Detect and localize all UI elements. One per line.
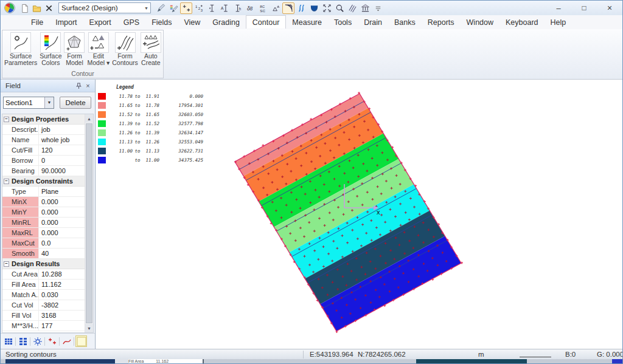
delete-button[interactable]: Delete xyxy=(60,97,91,109)
level-shot-icon[interactable] xyxy=(206,2,218,14)
background-fragment xyxy=(5,359,115,363)
property-value[interactable]: 0.000 xyxy=(39,208,85,216)
property-value[interactable]: 40 xyxy=(39,250,85,257)
level-point-icon[interactable]: A xyxy=(218,2,231,14)
code-labels-icon[interactable]: 8CSC xyxy=(257,2,269,14)
close-file-icon[interactable] xyxy=(43,2,55,14)
menu-item-import[interactable]: Import xyxy=(49,16,83,29)
property-value[interactable]: 0.000 xyxy=(39,219,85,226)
property-label: Bearing xyxy=(2,166,39,176)
surface-colors-button[interactable]: SurfaceColors xyxy=(38,32,63,67)
legend-to: to xyxy=(133,130,142,136)
list-view-icon[interactable] xyxy=(17,335,29,347)
menu-item-gps[interactable]: GPS xyxy=(117,16,145,29)
chevron-down-icon[interactable]: ▼ xyxy=(44,97,54,108)
minimize-button[interactable]: – xyxy=(546,1,571,15)
maximize-button[interactable]: □ xyxy=(571,1,597,15)
display-settings-icon[interactable] xyxy=(32,335,43,347)
menu-item-file[interactable]: File xyxy=(25,16,49,29)
scrollbar-thumb[interactable] xyxy=(86,123,92,323)
contours-icon[interactable] xyxy=(282,2,294,14)
property-value[interactable]: -3802 xyxy=(39,301,85,309)
drawing-canvas[interactable]: x Legend 11.78to11.910.00011.65to11.7817… xyxy=(96,80,622,349)
monument-icon[interactable] xyxy=(359,2,371,14)
property-value[interactable]: 0.000 xyxy=(39,229,85,236)
curve-display-icon[interactable] xyxy=(61,335,72,347)
legend-hi: 11.52 xyxy=(142,121,159,126)
app-logo-icon[interactable] xyxy=(2,2,17,15)
close-button[interactable]: × xyxy=(597,1,622,15)
property-grid-scrollbar[interactable]: ▲ ▼ xyxy=(85,114,93,332)
property-value[interactable]: 3168 xyxy=(39,312,85,319)
color-line-icon[interactable] xyxy=(167,2,179,14)
menu-item-keyboard[interactable]: Keyboard xyxy=(499,16,545,29)
menu-item-view[interactable]: View xyxy=(178,16,206,29)
field-panel-title: Field xyxy=(5,82,74,89)
scroll-down-icon[interactable]: ▼ xyxy=(85,324,93,332)
property-label: Cut Vol xyxy=(2,300,39,310)
zoom-window-icon[interactable] xyxy=(333,2,346,14)
station-labels-icon[interactable]: δ8 xyxy=(244,2,256,14)
property-value[interactable]: 0.030 xyxy=(39,291,85,298)
menu-item-help[interactable]: Help xyxy=(545,16,573,29)
group-header-design-constraints[interactable]: −Design Constraints xyxy=(2,176,85,187)
menu-item-grading[interactable]: Grading xyxy=(206,16,245,29)
collapse-icon[interactable]: − xyxy=(4,179,9,184)
property-value[interactable]: 0.0 xyxy=(39,239,85,247)
new-document-icon[interactable] xyxy=(18,2,30,14)
surface-parameters-button[interactable]: SurfaceParameters xyxy=(3,32,38,67)
legend-row: to11.0034375.425 xyxy=(98,156,203,165)
color-swatch-icon[interactable] xyxy=(75,335,87,347)
surface-parameters-icon xyxy=(10,32,31,53)
form-contours-button[interactable]: FormContours xyxy=(111,32,139,67)
chevron-down-icon[interactable]: ▼ xyxy=(142,6,150,10)
property-value[interactable]: whole job xyxy=(39,136,85,143)
hatch-icon[interactable] xyxy=(346,2,358,14)
points-display-icon[interactable] xyxy=(46,335,58,347)
pin-icon[interactable] xyxy=(74,81,83,91)
menu-item-drain[interactable]: Drain xyxy=(358,16,388,29)
menu-item-contour[interactable]: Contour xyxy=(246,15,286,29)
scroll-up-icon[interactable]: ▲ xyxy=(85,114,93,123)
section-icon[interactable] xyxy=(308,2,320,14)
property-value[interactable]: 90.0000 xyxy=(39,167,85,174)
property-value[interactable]: 11.162 xyxy=(39,281,85,288)
menu-item-tools[interactable]: Tools xyxy=(328,16,358,29)
property-value[interactable]: 10.288 xyxy=(39,270,85,278)
property-value[interactable]: Plane xyxy=(39,188,85,195)
table-view-icon[interactable] xyxy=(2,335,14,347)
property-value[interactable]: 0 xyxy=(39,157,85,164)
level-transfer-icon[interactable]: h xyxy=(231,2,243,14)
legend-swatch xyxy=(98,120,106,127)
property-label: MinY xyxy=(2,207,39,217)
draw-line-icon[interactable] xyxy=(155,2,167,14)
menu-item-export[interactable]: Export xyxy=(83,16,117,29)
group-header-design-results[interactable]: −Design Results xyxy=(2,259,85,269)
zoom-extents-icon[interactable] xyxy=(321,2,333,14)
triangulate-icon[interactable] xyxy=(270,2,282,14)
menu-item-window[interactable]: Window xyxy=(461,16,499,29)
group-header-design-properties[interactable]: −Design Properties xyxy=(2,114,85,125)
menu-item-reports[interactable]: Reports xyxy=(422,16,461,29)
resize-grip[interactable] xyxy=(616,352,622,359)
form-model-button[interactable]: FormModel xyxy=(63,32,86,67)
property-value[interactable]: 177 xyxy=(39,322,85,329)
document-selector[interactable]: Surface2 (Design) ▼ xyxy=(58,2,151,13)
property-value[interactable]: job xyxy=(39,126,85,133)
menu-item-banks[interactable]: Banks xyxy=(388,16,422,29)
point-numbers-icon[interactable]: 123 xyxy=(193,2,205,14)
menu-item-fields[interactable]: Fields xyxy=(145,16,178,29)
collapse-icon[interactable]: − xyxy=(4,117,9,122)
close-panel-icon[interactable]: × xyxy=(83,81,92,91)
property-value[interactable]: 120 xyxy=(39,146,85,154)
collapse-icon[interactable]: − xyxy=(4,261,9,267)
toolbar-overflow-icon[interactable] xyxy=(372,2,384,14)
smooth-curves-icon[interactable] xyxy=(295,2,307,14)
property-value[interactable]: 0.000 xyxy=(39,198,85,205)
edit-model-button[interactable]: EditModel ▾ xyxy=(86,32,111,67)
menu-item-measure[interactable]: Measure xyxy=(286,16,328,29)
add-points-icon[interactable] xyxy=(180,2,192,14)
section-select[interactable]: Section1 ▼ xyxy=(3,97,54,109)
open-file-icon[interactable] xyxy=(30,2,43,14)
auto-create-button[interactable]: AutoCreate xyxy=(139,32,162,67)
